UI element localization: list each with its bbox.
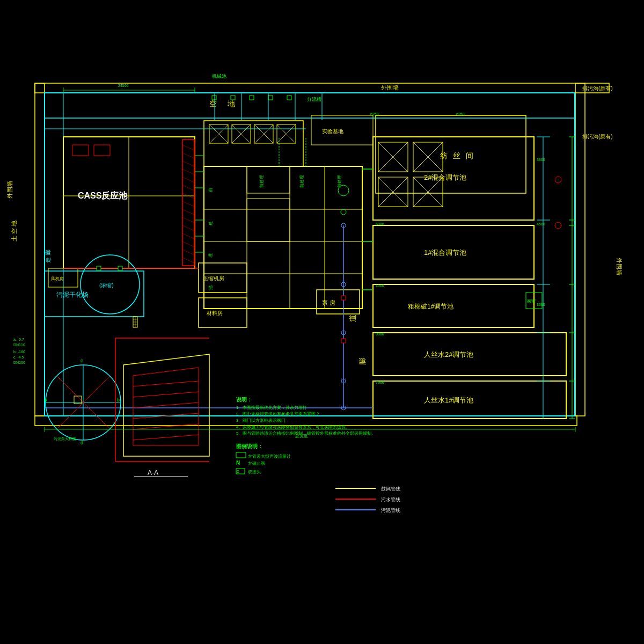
param-dn20: DN200 [13, 361, 25, 364]
dim-right-2: 4500 [537, 222, 545, 226]
dim-right-1: 3800 [537, 158, 545, 162]
cell-label-2: 处 [208, 221, 213, 225]
spinning-room-label: 纺 丝 间 [440, 151, 475, 160]
material-room-label: 材料房 [206, 310, 223, 316]
peng-label: 膨 [358, 357, 367, 365]
main-canvas: 机械池 外围墙 排污沟(原有) 排污沟(原有) 外围墙 外围墙 空 地 分流槽 … [0, 0, 644, 644]
corridor-label: 走 廊 [45, 250, 51, 263]
pool-dim-1: 6000 [376, 222, 384, 226]
blueprint-svg: 机械池 外围墙 排污沟(原有) 排污沟(原有) 外围墙 外围墙 空 地 分流槽 … [0, 0, 644, 644]
equipment-label: 风机房 [51, 276, 64, 281]
drain-top-right: 排污沟(原有) [582, 85, 613, 91]
concentrate-label: (浓缩) [99, 282, 114, 288]
line-legend-1: 鼓风管线 [381, 486, 400, 492]
section-a-label: a [45, 397, 47, 402]
legend-item-1: 方管道大型声波流量计 [248, 454, 291, 459]
pump-room-label: 泵 房 [322, 299, 335, 306]
section-b-label: b [117, 397, 120, 402]
cass-label: CASS反应池 [78, 191, 128, 200]
line-legend-2: 污水管线 [381, 497, 400, 502]
svg-rect-161 [118, 266, 122, 270]
land-label: 土 空 地 [11, 221, 17, 241]
note-2: 2、图中未标明管道如有参考见平面布置图？ [236, 412, 320, 416]
param-a: a. -0.7 [13, 338, 24, 341]
total-width-dim: 总宽度 [295, 434, 308, 438]
cell-label-4: 池 [208, 286, 213, 290]
empty-land-label: 空 地 [209, 99, 239, 108]
compress-room-label: 压缩机房 [203, 275, 224, 281]
outer-wall-left: 外围墙 [6, 181, 13, 199]
cell-label-1: 前 [208, 188, 213, 192]
section-c-label: c [80, 358, 83, 363]
note-4: 4、实际施工时管路与实际标值会有区别，可在实际的进发。 [236, 425, 350, 429]
silk-pool-2-label: 人丝水2#调节池 [424, 350, 473, 358]
outer-wall-top: 外围墙 [381, 84, 399, 91]
param-c: c. -4.5 [13, 355, 24, 359]
mix-pool-1-label: 1#混合调节池 [424, 248, 466, 257]
pool-dim-4: 7000 [376, 380, 384, 384]
cell-label-5: 前处理 [259, 175, 264, 188]
pool-dim-2: 4000 [376, 284, 384, 288]
legend-N: N [236, 460, 240, 466]
notes-title: 说明： [236, 397, 252, 402]
dim-right-3: 3600 [537, 303, 545, 306]
dim-1: 6250 [370, 112, 379, 116]
note-3: 3、阀门以方形框表示阀门 [236, 418, 286, 423]
legend-title: 图例说明： [236, 443, 263, 449]
drain-right: 排污沟(原有) [582, 134, 613, 140]
coarse-cotton-pool-label: 粗棉破1#调节池 [408, 303, 453, 310]
dim-2: 6250 [456, 112, 465, 116]
line-legend-3: 污泥管线 [381, 508, 400, 513]
legend-item-3: 双接头 [248, 470, 261, 474]
cass-width-dim: 24500 [118, 84, 129, 87]
large-sample-label: 污泥泵大样图 [54, 437, 76, 441]
valve-box: 阀室 [527, 299, 536, 304]
param-b: b. -160 [13, 350, 25, 354]
legend-item-2: 方磁止阀 [248, 461, 265, 466]
svg-rect-160 [97, 266, 101, 270]
lab-base-label: 实验基地 [322, 128, 343, 134]
distributor-label: 分流槽 [307, 97, 321, 102]
svg-rect-159 [341, 339, 346, 343]
param-dn10: DN110 [13, 343, 25, 347]
outer-wall-right: 外围墙 [616, 258, 623, 275]
svg-rect-158 [341, 296, 346, 300]
legend-item-3-symbol: ⊙ [236, 469, 240, 474]
silk-pool-1-label: 人丝水1#调节池 [424, 396, 473, 404]
cell-label-3: 理 [208, 253, 213, 258]
section-aa-label: A-A [148, 469, 158, 477]
section-d-label: d [80, 440, 83, 445]
machine-pool-label: 机械池 [212, 74, 226, 79]
cell-label-6: 前处理 [299, 175, 304, 188]
pool-dim-3: 8000 [376, 332, 384, 336]
road-label: 道 [348, 314, 357, 322]
note-1: 1、本图按最新优化方案，其余力墙打 [236, 405, 307, 410]
